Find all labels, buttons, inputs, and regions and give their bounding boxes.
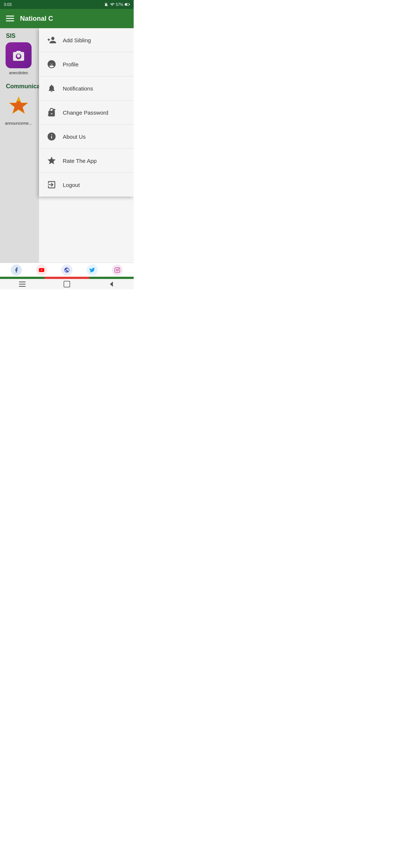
add-person-icon [45,33,58,47]
add-sibling-label: Add Sibling [63,37,91,43]
logout-icon [45,178,58,191]
time-display: 3:03 [4,2,12,7]
status-bar: 3:03 57% [0,0,134,9]
app-header: National C [0,9,134,28]
logout-label: Logout [63,182,80,188]
twitter-icon[interactable] [87,264,98,276]
main-content: SIS anecdotes attendanc Communi [0,28,134,263]
instagram-icon[interactable] [112,264,123,276]
svg-rect-15 [19,286,26,287]
star-icon [45,154,58,167]
info-icon [45,130,58,143]
svg-rect-13 [19,282,26,282]
rate-app-label: Rate The App [63,158,97,164]
battery-icon [125,3,130,6]
notifications-label: Notifications [63,85,93,92]
svg-rect-10 [115,267,120,272]
menu-item-change-password[interactable]: Change Password [39,101,134,125]
battery-display: 57% [116,3,123,7]
bell-mute-icon [104,2,108,7]
svg-rect-5 [6,20,14,22]
menu-item-profile[interactable]: Profile [39,52,134,76]
menu-item-logout[interactable]: Logout [39,173,134,197]
menu-item-add-sibling[interactable]: Add Sibling [39,28,134,52]
profile-icon [45,57,58,71]
nav-menu-button[interactable] [19,282,26,287]
nav-home-button[interactable] [63,281,70,287]
hamburger-button[interactable] [6,16,14,22]
svg-marker-17 [110,282,113,287]
menu-item-rate-app[interactable]: Rate The App [39,149,134,173]
svg-point-12 [118,268,119,269]
nav-back-button[interactable] [108,281,115,287]
facebook-icon[interactable] [11,264,22,276]
svg-rect-2 [129,4,130,5]
lock-key-icon [45,106,58,119]
wifi-icon [110,2,114,7]
about-us-label: About Us [63,134,86,140]
youtube-icon[interactable] [36,264,47,276]
svg-point-11 [116,269,118,271]
svg-rect-16 [64,281,70,287]
svg-rect-4 [6,18,14,19]
nav-bar [0,279,134,289]
menu-item-notifications[interactable]: Notifications [39,76,134,101]
change-password-label: Change Password [63,109,108,116]
website-icon[interactable] [61,264,72,276]
status-time: 3:03 [4,2,12,7]
dropdown-menu: Add Sibling Profile Notifications [39,28,134,197]
social-bar [0,263,134,277]
profile-label: Profile [63,61,79,68]
svg-rect-14 [19,284,26,285]
menu-overlay[interactable] [0,28,39,263]
svg-rect-3 [6,16,14,17]
bell-menu-icon [45,82,58,95]
menu-item-about-us[interactable]: About Us [39,125,134,149]
svg-rect-1 [125,4,127,6]
header-title: National C [20,15,53,23]
status-icons: 57% [104,2,130,7]
